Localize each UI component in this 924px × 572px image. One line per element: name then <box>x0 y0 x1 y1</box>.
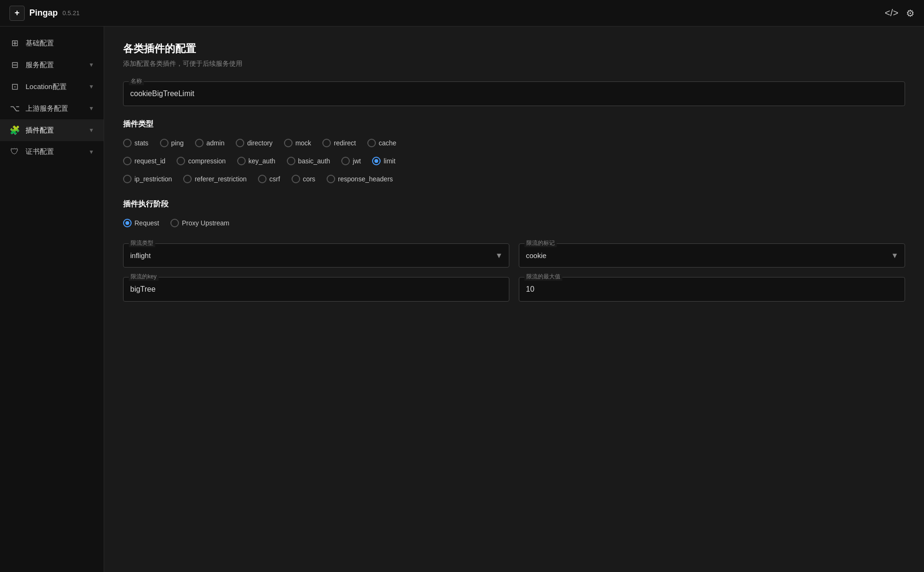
radio-cors[interactable]: cors <box>292 172 315 186</box>
radio-csrf-input[interactable] <box>258 175 267 183</box>
chevron-down-icon: ▼ <box>89 83 94 90</box>
radio-basic-auth-input[interactable] <box>287 157 295 165</box>
plugin-type-row2: request_id compression key_auth basic_au… <box>123 154 905 168</box>
radio-redirect-label: redirect <box>334 139 356 147</box>
radio-directory[interactable]: directory <box>236 136 273 150</box>
radio-mock-label: mock <box>295 139 311 147</box>
limit-tag-group: 限流的标记 cookie header query ip ▼ <box>519 243 905 268</box>
radio-basic-auth-label: basic_auth <box>298 157 330 165</box>
topbar-left: + Pingap 0.5.21 <box>9 6 80 21</box>
radio-referer-restriction-input[interactable] <box>183 175 192 183</box>
sidebar-item-upstream[interactable]: ⌥ 上游服务配置 ▼ <box>0 98 104 119</box>
radio-proxy-upstream-stage[interactable]: Proxy Upstream <box>170 216 229 230</box>
plugin-stage-options: Request Proxy Upstream <box>123 216 905 230</box>
sidebar-item-location[interactable]: ⊡ Location配置 ▼ <box>0 76 104 98</box>
radio-admin[interactable]: admin <box>195 136 224 150</box>
limit-tag-label: 限流的标记 <box>524 239 557 247</box>
sidebar: ⊞ 基础配置 ⊟ 服务配置 ▼ ⊡ Location配置 ▼ ⌥ 上游服务配置 … <box>0 27 104 572</box>
service-icon: ⊟ <box>9 60 20 70</box>
sidebar-item-basic[interactable]: ⊞ 基础配置 <box>0 32 104 54</box>
chevron-down-icon: ▼ <box>89 62 94 68</box>
name-input[interactable] <box>123 81 905 106</box>
sidebar-item-service[interactable]: ⊟ 服务配置 ▼ <box>0 54 104 76</box>
settings-icon[interactable]: ⚙ <box>906 8 915 19</box>
radio-key-auth-label: key_auth <box>249 157 275 165</box>
app-name: Pingap <box>29 8 58 18</box>
radio-admin-label: admin <box>206 139 224 147</box>
radio-compression[interactable]: compression <box>177 154 225 168</box>
radio-admin-input[interactable] <box>195 139 204 147</box>
sidebar-item-location-label: Location配置 <box>26 82 83 91</box>
limit-max-label: 限流的最大值 <box>524 273 562 281</box>
radio-cache-input[interactable] <box>367 139 376 147</box>
radio-key-auth-input[interactable] <box>237 157 246 165</box>
radio-stats-label: stats <box>134 139 149 147</box>
code-icon[interactable]: </> <box>885 8 898 18</box>
radio-ip-restriction[interactable]: ip_restriction <box>123 172 172 186</box>
limit-key-group: 限流的key <box>123 277 509 302</box>
radio-request-stage[interactable]: Request <box>123 216 159 230</box>
radio-key-auth[interactable]: key_auth <box>237 154 275 168</box>
main-content: 各类插件的配置 添加配置各类插件，可便于后续服务使用 名称 插件类型 stats… <box>104 27 924 572</box>
radio-response-headers-input[interactable] <box>327 175 335 183</box>
radio-referer-restriction[interactable]: referer_restriction <box>183 172 247 186</box>
plugin-stage-heading: 插件执行阶段 <box>123 199 905 209</box>
limit-tag-select[interactable]: cookie header query ip <box>519 243 905 268</box>
radio-ping[interactable]: ping <box>160 136 184 150</box>
radio-cors-label: cors <box>303 175 315 183</box>
radio-stats-input[interactable] <box>123 139 132 147</box>
plugin-type-row3: ip_restriction referer_restriction csrf … <box>123 172 905 186</box>
plugin-icon: 🧩 <box>9 125 20 135</box>
limit-dropdowns-row: 限流类型 inflight rate ▼ 限流的标记 cookie header… <box>123 243 905 268</box>
radio-compression-label: compression <box>188 157 225 165</box>
radio-jwt[interactable]: jwt <box>341 154 361 168</box>
sidebar-item-plugin[interactable]: 🧩 插件配置 ▼ <box>0 119 104 141</box>
radio-response-headers-label: response_headers <box>338 175 393 183</box>
radio-directory-input[interactable] <box>236 139 244 147</box>
plugin-type-section: 插件类型 stats ping admin directory <box>123 119 905 186</box>
radio-proxy-upstream-stage-input[interactable] <box>170 219 179 227</box>
radio-request-stage-label: Request <box>134 219 159 227</box>
radio-cache[interactable]: cache <box>367 136 396 150</box>
layout: ⊞ 基础配置 ⊟ 服务配置 ▼ ⊡ Location配置 ▼ ⌥ 上游服务配置 … <box>0 27 924 572</box>
topbar-right: </> ⚙ <box>885 8 915 19</box>
limit-inputs-row: 限流的key 限流的最大值 <box>123 277 905 302</box>
limit-max-input[interactable] <box>519 277 905 302</box>
radio-csrf[interactable]: csrf <box>258 172 280 186</box>
radio-ping-input[interactable] <box>160 139 169 147</box>
name-field-group: 名称 <box>123 81 905 106</box>
radio-compression-input[interactable] <box>177 157 185 165</box>
upstream-icon: ⌥ <box>9 103 20 114</box>
sidebar-item-cert[interactable]: 🛡 证书配置 ▼ <box>0 141 104 162</box>
radio-cors-input[interactable] <box>292 175 300 183</box>
location-icon: ⊡ <box>9 81 20 92</box>
radio-redirect[interactable]: redirect <box>322 136 356 150</box>
radio-ip-restriction-input[interactable] <box>123 175 132 183</box>
radio-mock-input[interactable] <box>284 139 293 147</box>
sidebar-item-service-label: 服务配置 <box>26 61 83 70</box>
name-field-label: 名称 <box>129 77 144 85</box>
radio-jwt-input[interactable] <box>341 157 350 165</box>
radio-ip-restriction-label: ip_restriction <box>134 175 172 183</box>
radio-mock[interactable]: mock <box>284 136 311 150</box>
radio-basic-auth[interactable]: basic_auth <box>287 154 330 168</box>
sidebar-item-upstream-label: 上游服务配置 <box>26 104 83 113</box>
name-section: 名称 <box>123 81 905 106</box>
limit-max-group: 限流的最大值 <box>519 277 905 302</box>
limit-key-input[interactable] <box>123 277 509 302</box>
radio-request-id-input[interactable] <box>123 157 132 165</box>
radio-redirect-input[interactable] <box>322 139 331 147</box>
radio-stats[interactable]: stats <box>123 136 149 150</box>
logo-icon: + <box>9 6 25 21</box>
radio-request-id-label: request_id <box>134 157 165 165</box>
radio-limit[interactable]: limit <box>372 154 395 168</box>
radio-request-stage-input[interactable] <box>123 219 132 227</box>
limit-type-select[interactable]: inflight rate <box>123 243 509 268</box>
radio-request-id[interactable]: request_id <box>123 154 165 168</box>
radio-response-headers[interactable]: response_headers <box>327 172 393 186</box>
plugin-type-heading: 插件类型 <box>123 119 905 129</box>
chevron-down-icon: ▼ <box>89 149 94 155</box>
radio-limit-input[interactable] <box>372 157 381 165</box>
radio-ping-label: ping <box>171 139 184 147</box>
radio-csrf-label: csrf <box>269 175 280 183</box>
